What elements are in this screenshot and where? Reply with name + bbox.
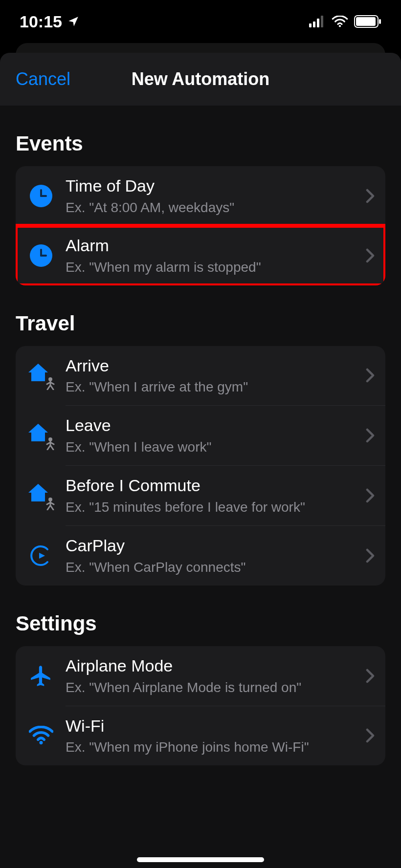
row-subtitle: Ex. "When I arrive at the gym" <box>66 378 360 395</box>
settings-card: Airplane Mode Ex. "When Airplane Mode is… <box>16 646 385 766</box>
section-title-travel: Travel <box>16 312 385 335</box>
status-time: 10:15 <box>20 12 62 31</box>
carplay-icon <box>30 544 52 567</box>
row-title: Wi-Fi <box>66 716 360 736</box>
wifi-status-icon <box>332 16 348 27</box>
row-title: Leave <box>66 415 360 435</box>
cancel-button[interactable]: Cancel <box>16 69 70 89</box>
chevron-right-icon <box>366 669 375 683</box>
svg-rect-6 <box>356 17 376 26</box>
chevron-right-icon <box>366 728 375 743</box>
row-subtitle: Ex. "When my alarm is stopped" <box>66 259 360 276</box>
row-carplay[interactable]: CarPlay Ex. "When CarPlay connects" <box>16 526 385 586</box>
location-arrow-icon <box>67 15 80 28</box>
row-subtitle: Ex. "15 minutes before I leave for work" <box>66 499 360 516</box>
row-subtitle: Ex. "When CarPlay connects" <box>66 559 360 576</box>
row-arrive[interactable]: Arrive Ex. "When I arrive at the gym" <box>16 346 385 406</box>
status-right <box>309 15 381 28</box>
row-leave[interactable]: Leave Ex. "When I leave work" <box>16 406 385 465</box>
section-title-events: Events <box>16 132 385 155</box>
home-person-icon <box>27 423 55 448</box>
modal-sheet: Cancel New Automation Events Time of Day… <box>0 53 401 868</box>
home-indicator[interactable] <box>137 857 264 862</box>
status-left: 10:15 <box>20 12 80 31</box>
chevron-right-icon <box>366 548 375 563</box>
row-title: Airplane Mode <box>66 656 360 676</box>
nav-bar: Cancel New Automation <box>0 53 401 106</box>
row-before-i-commute[interactable]: Before I Commute Ex. "15 minutes before … <box>16 466 385 525</box>
status-bar: 10:15 <box>0 0 401 43</box>
svg-rect-3 <box>321 16 323 27</box>
battery-icon <box>354 15 381 28</box>
svg-point-11 <box>39 741 43 745</box>
row-subtitle: Ex. "When I leave work" <box>66 438 360 456</box>
row-title: Arrive <box>66 356 360 376</box>
airplane-icon <box>29 664 53 688</box>
row-alarm[interactable]: Alarm Ex. "When my alarm is stopped" <box>16 226 385 285</box>
section-title-settings: Settings <box>16 612 385 635</box>
home-person-icon <box>27 483 55 508</box>
row-title: Before I Commute <box>66 476 360 496</box>
row-subtitle: Ex. "When my iPhone joins home Wi-Fi" <box>66 738 360 756</box>
row-airplane-mode[interactable]: Airplane Mode Ex. "When Airplane Mode is… <box>16 646 385 706</box>
svg-rect-1 <box>313 22 315 27</box>
events-card: Time of Day Ex. "At 8:00 AM, weekdays" A… <box>16 166 385 285</box>
row-title: Time of Day <box>66 176 360 196</box>
wifi-icon <box>29 726 53 745</box>
travel-card: Arrive Ex. "When I arrive at the gym" Le… <box>16 346 385 586</box>
svg-rect-2 <box>317 19 319 27</box>
content: Events Time of Day Ex. "At 8:00 AM, week… <box>0 132 401 795</box>
cellular-icon <box>309 16 326 27</box>
chevron-right-icon <box>366 189 375 203</box>
clock-icon <box>30 185 52 207</box>
chevron-right-icon <box>366 488 375 503</box>
row-wifi[interactable]: Wi-Fi Ex. "When my iPhone joins home Wi-… <box>16 706 385 766</box>
clock-icon <box>30 244 52 267</box>
row-subtitle: Ex. "When Airplane Mode is turned on" <box>66 679 360 696</box>
svg-rect-7 <box>379 19 381 24</box>
row-subtitle: Ex. "At 8:00 AM, weekdays" <box>66 199 360 216</box>
chevron-right-icon <box>366 248 375 263</box>
chevron-right-icon <box>366 428 375 443</box>
row-time-of-day[interactable]: Time of Day Ex. "At 8:00 AM, weekdays" <box>16 166 385 226</box>
svg-point-4 <box>339 25 341 27</box>
home-person-icon <box>27 363 55 388</box>
chevron-right-icon <box>366 368 375 383</box>
row-title: Alarm <box>66 236 360 256</box>
svg-rect-0 <box>309 23 312 27</box>
row-title: CarPlay <box>66 536 360 556</box>
